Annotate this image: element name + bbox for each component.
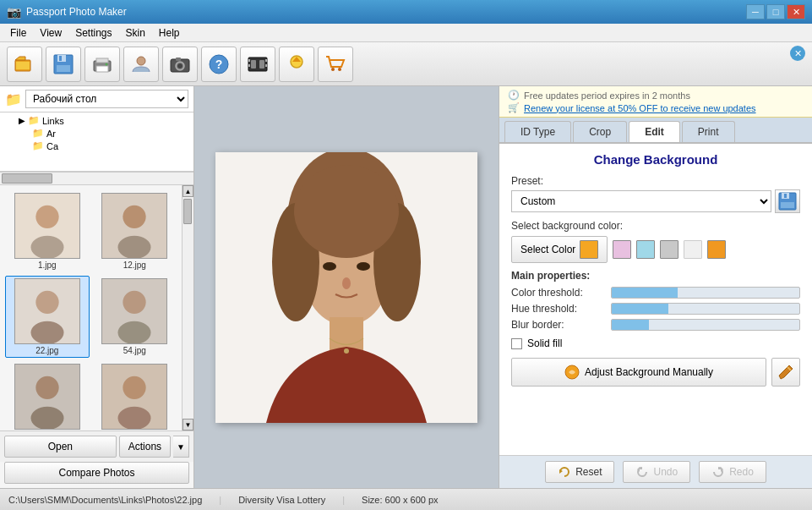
- tree-item-links[interactable]: ▶ 📁 Links: [2, 114, 192, 127]
- close-button[interactable]: ✕: [787, 4, 805, 19]
- status-idtype: Diversity Visa Lottery: [238, 495, 325, 505]
- status-bar: C:\Users\SMM\Documents\Links\Photos\22.j…: [0, 488, 812, 510]
- preset-save-button[interactable]: [775, 189, 800, 213]
- bg-color-section: Select background color: Select Color: [511, 220, 800, 263]
- tab-id-type[interactable]: ID Type: [504, 121, 571, 142]
- photo-img-67: [101, 364, 167, 430]
- photo-grid: 1.jpg 12.jpg: [0, 185, 182, 430]
- svg-point-57: [342, 277, 351, 289]
- scroll-down-arrow[interactable]: ▼: [183, 419, 193, 430]
- photo-thumb-56[interactable]: 56.jpg: [5, 361, 90, 430]
- svg-point-30: [35, 206, 58, 228]
- photo-label-12: 12.jpg: [123, 260, 146, 270]
- adjust-background-button[interactable]: Adjust Background Manually: [511, 358, 766, 387]
- undo-button[interactable]: Undo: [623, 461, 690, 483]
- right-content: Change Background Preset: Custom Select …: [499, 144, 812, 455]
- maximize-button[interactable]: □: [766, 4, 785, 19]
- svg-point-14: [177, 63, 183, 69]
- color-threshold-bar-container[interactable]: [611, 287, 800, 299]
- compare-photos-button[interactable]: Compare Photos: [4, 462, 189, 484]
- main-props-section: Main properties: Color threshold: Hue th…: [511, 270, 800, 331]
- toolbar-id-btn[interactable]: [123, 47, 159, 82]
- solid-fill-checkbox[interactable]: [511, 338, 522, 349]
- svg-point-33: [123, 206, 146, 228]
- photo-thumb-12[interactable]: 12.jpg: [93, 190, 177, 272]
- minimize-button[interactable]: ─: [746, 4, 765, 19]
- svg-point-36: [35, 291, 58, 314]
- eyedropper-button[interactable]: [771, 358, 800, 387]
- photo-thumb-1[interactable]: 1.jpg: [5, 190, 90, 272]
- status-size: Size: 600 x 600 px: [362, 495, 439, 505]
- menu-settings[interactable]: Settings: [68, 25, 118, 41]
- menu-skin[interactable]: Skin: [119, 25, 152, 41]
- bg-color-label: Select background color:: [511, 220, 800, 232]
- toolbar-help-btn[interactable]: ?: [201, 47, 237, 82]
- renew-license-link[interactable]: Renew your license at 50% OFF to receive…: [524, 103, 756, 113]
- toolbar-close-btn[interactable]: ✕: [790, 46, 805, 61]
- bottom-buttons-row2: Compare Photos: [0, 462, 193, 488]
- color-swatch-white[interactable]: [684, 240, 702, 259]
- tree-scroll-thumb-h[interactable]: [2, 173, 52, 184]
- open-button[interactable]: Open: [4, 436, 117, 458]
- scroll-up-arrow[interactable]: ▲: [183, 185, 193, 197]
- menu-file[interactable]: File: [3, 25, 33, 41]
- svg-rect-23: [265, 59, 267, 62]
- color-threshold-row: Color threshold:: [511, 287, 800, 299]
- toolbar-camera-btn[interactable]: [162, 47, 198, 82]
- main-props-title: Main properties:: [511, 270, 800, 282]
- color-swatch-lightblue[interactable]: [636, 240, 655, 259]
- toolbar-cart-btn[interactable]: [318, 47, 353, 82]
- select-color-button[interactable]: Select Color: [511, 236, 608, 263]
- hue-threshold-bar-container[interactable]: [611, 303, 800, 315]
- menu-view[interactable]: View: [33, 25, 68, 41]
- photo-thumb-67[interactable]: 67.jpg: [93, 361, 177, 430]
- preset-select[interactable]: Custom: [511, 190, 771, 212]
- svg-point-45: [123, 376, 146, 399]
- current-color-swatch[interactable]: [580, 240, 598, 259]
- status-path: C:\Users\SMM\Documents\Links\Photos\22.j…: [8, 495, 202, 505]
- menu-help[interactable]: Help: [152, 25, 187, 41]
- photo-grid-container: 1.jpg 12.jpg: [0, 185, 193, 430]
- blur-border-bar-container[interactable]: [611, 319, 800, 331]
- toolbar-open-btn[interactable]: [7, 47, 42, 82]
- redo-icon: [711, 465, 725, 479]
- photo-thumb-22[interactable]: 22.jpg: [5, 276, 90, 358]
- svg-rect-5: [57, 65, 70, 72]
- svg-rect-2: [16, 62, 30, 69]
- folder-icon-links: 📁: [28, 115, 40, 126]
- color-swatch-darkorange[interactable]: [707, 240, 726, 259]
- redo-button[interactable]: Redo: [699, 461, 766, 483]
- right-panel: 🕐 Free updates period expires in 2 month…: [499, 86, 812, 488]
- photo-label-1: 1.jpg: [38, 260, 57, 270]
- folder-dropdown: 📁 Рабочий стол: [0, 86, 193, 112]
- reset-button[interactable]: Reset: [545, 461, 614, 483]
- color-swatch-lavender[interactable]: [613, 240, 631, 259]
- toolbar-print-btn[interactable]: [84, 47, 120, 82]
- color-swatch-gray[interactable]: [660, 240, 678, 259]
- app-icon: 📷: [7, 5, 21, 19]
- svg-point-53: [294, 165, 399, 258]
- toolbar-upload-btn[interactable]: [279, 47, 314, 82]
- svg-point-58: [344, 348, 349, 354]
- tree-item-ca[interactable]: 📁 Ca: [2, 140, 192, 152]
- tabs: ID Type Crop Edit Print: [499, 118, 812, 144]
- scroll-thumb-v[interactable]: [183, 199, 192, 224]
- toolbar-film-btn[interactable]: [240, 47, 275, 82]
- photo-thumb-54[interactable]: 54.jpg: [93, 276, 177, 358]
- tab-crop[interactable]: Crop: [573, 121, 627, 142]
- tab-edit[interactable]: Edit: [629, 121, 680, 142]
- title-bar-buttons: ─ □ ✕: [746, 4, 805, 19]
- tree-item-ar[interactable]: 📁 Ar: [2, 127, 192, 140]
- color-row: Select Color: [511, 236, 800, 263]
- toolbar-save-btn[interactable]: [46, 47, 81, 82]
- tab-print[interactable]: Print: [682, 121, 735, 142]
- photo-img-22: [14, 278, 80, 344]
- svg-rect-15: [176, 58, 181, 61]
- bottom-actions: Reset Undo Redo: [499, 455, 812, 488]
- folder-select[interactable]: Рабочий стол: [25, 90, 188, 108]
- svg-rect-24: [265, 64, 267, 67]
- svg-point-56: [357, 262, 370, 271]
- actions-button[interactable]: Actions: [119, 436, 171, 458]
- preset-row: Preset: Custom: [511, 175, 800, 213]
- actions-dropdown-button[interactable]: ▼: [173, 436, 189, 458]
